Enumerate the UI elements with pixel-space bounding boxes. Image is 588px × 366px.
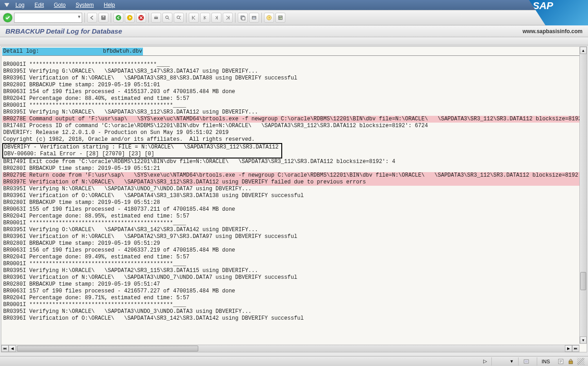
app-menu-icon[interactable] [4,2,10,8]
scroll-up-icon[interactable]: ▲ [580,47,587,54]
horizontal-scrollbar[interactable]: ⏮ ◀ ▶ ⏭ [1,345,579,352]
svg-text:?: ? [268,16,270,20]
log-line: BR1748I Process ID of command 'C:\oracle… [2,123,579,129]
log-line: BR0278E Command output of 'F:\usr\sap\ \… [2,116,579,123]
svg-rect-18 [569,361,573,364]
watermark-text: www.sapbasisinfo.com [523,28,583,35]
log-line: DBVERIFY: Release 12.2.0.1.0 - Productio… [2,129,579,136]
svg-rect-1 [103,16,104,17]
svg-rect-10 [242,17,245,20]
log-line: BR0395I Verifying H:\ORACLE\ \SAPDATA2\S… [2,267,579,274]
svg-rect-6 [155,16,157,17]
menu-edit[interactable]: Edit [30,1,49,9]
log-line: BR0063I 156 of 190 files processed - 420… [2,247,579,254]
enter-button[interactable] [3,13,13,23]
vertical-scrollbar[interactable]: ▲ ▼ [579,47,587,344]
back-green-button[interactable] [113,13,123,23]
scroll-down-icon[interactable]: ▼ [580,336,587,344]
log-line: BR0280I BRBACKUP time stamp: 2019-05-19 … [2,165,579,172]
status-system [491,357,505,366]
help-button[interactable]: ? [264,13,274,23]
log-line: BR0280I BRBACKUP time stamp: 2019-05-19 … [2,240,579,247]
log-line: BR0001I ********************************… [2,261,579,267]
scroll-right-icon[interactable]: ▶ [565,345,572,352]
log-line: BR0204I Percentage done: 88.40%, estimat… [2,95,579,102]
svg-point-2 [116,15,121,20]
log-line: BR0396I Verification of N:\ORACLE\ \SAPD… [2,274,579,281]
script-icon[interactable] [557,358,564,365]
system-dropdown-icon[interactable]: ▾ [508,358,515,365]
status-client [518,357,534,366]
app-toolbar [0,37,588,45]
command-field[interactable] [14,13,82,23]
resize-grip[interactable] [577,358,584,365]
prev-page-button[interactable] [200,13,210,23]
log-line: BR0395I Verifying O:\ORACLE\ \SAPDATA4\S… [2,227,579,233]
next-page-button[interactable] [211,13,221,23]
log-line: BR0280I BRBACKUP time stamp: 2019-05-19 … [2,199,579,206]
layout-button[interactable] [275,13,285,23]
lock-icon [567,358,574,365]
log-line: BR0063I 154 of 190 files processed - 415… [2,89,579,95]
svg-rect-16 [525,361,528,362]
log-line: DBV-00600: Fatal Error - [28] [27070] [2… [3,151,279,158]
insert-mode: INS [537,357,554,366]
svg-rect-14 [279,16,282,20]
menu-help[interactable]: Help [99,1,120,9]
log-line: BR0063I 157 of 190 files processed - 421… [2,288,579,295]
standard-toolbar: ▼ ? [0,10,588,25]
shortcut-button[interactable] [249,13,259,23]
log-container: Detail log: bfbdwtuh.dbv BR0001I *******… [2,48,579,344]
menu-system[interactable]: System [71,1,98,9]
log-line: BR0001I ********************************… [2,61,579,68]
log-line: BR0001I ********************************… [2,302,579,308]
log-line: BR1749I Exit code from 'C:\oracle\RDBMS\… [2,158,579,165]
log-line: BR0396I Verification of H:\ORACLE\ \SAPD… [2,233,579,240]
log-line: BR0063I 155 of 190 files processed - 418… [2,206,579,213]
log-line: BR0395I Verifying N:\ORACLE\ \SAPDATA3\S… [2,109,579,116]
first-page-button[interactable] [189,13,199,23]
scroll-thumb-h[interactable] [17,346,198,351]
log-line: BR0001I ********************************… [2,102,579,109]
log-line: BR0395I Verifying N:\ORACLE\ \SAPDATA3\U… [2,308,579,315]
log-line: Copyright (c) 1982, 2018, Oracle and/or … [2,136,579,143]
title-bar: BRBACKUP Detail Log for Database www.sap… [0,25,588,37]
log-line: BR0204I Percentage done: 89.71%, estimat… [2,295,579,302]
log-line: BR0001I ********************************… [2,220,579,227]
status-bar: ▷ ▾ INS [0,356,588,366]
scroll-right-last-icon[interactable]: ⏭ [572,345,579,352]
scroll-track-h[interactable] [16,345,565,352]
log-line: BR0395I Verifying N:\ORACLE\ \SAPDATA3\U… [2,186,579,193]
log-line: BR0395I Verifying G:\ORACLE\ \SAPDATA1\S… [2,68,579,75]
log-line: BR0279E Return code from 'F:\usr\sap\ \S… [2,172,579,179]
print-button[interactable] [151,13,161,23]
log-header: Detail log: bfbdwtuh.dbv [2,48,579,56]
cancel-button[interactable] [136,13,146,23]
menubar: Log Edit Goto System Help [0,0,588,10]
page-title: BRBACKUP Detail Log for Database [5,27,122,35]
back-button[interactable] [87,13,97,23]
detail-log-filename: bfbdwtuh.dbv [102,48,143,55]
message-dropdown-icon[interactable]: ▷ [481,358,489,365]
command-field-wrap: ▼ [14,13,82,23]
new-session-button[interactable] [238,13,248,23]
find-button[interactable] [162,13,172,23]
scroll-thumb[interactable] [580,272,586,290]
menu-goto[interactable]: Goto [49,1,70,9]
log-line: BR0396I Verification of O:\ORACLE\ \SAPD… [2,193,579,199]
menu-log[interactable]: Log [11,1,29,9]
scroll-track[interactable] [580,54,587,336]
scroll-left-icon[interactable]: ◀ [9,345,16,352]
save-button[interactable] [98,13,108,23]
exit-button[interactable] [125,13,135,23]
log-line: BR0397E Verification of N:\ORACLE\ \SAPD… [2,179,579,186]
scroll-left-first-icon[interactable]: ⏮ [1,345,9,352]
content-area: Detail log: bfbdwtuh.dbv BR0001I *******… [1,46,587,352]
log-line: DBVERIFY - Verification starting : FILE … [3,144,279,151]
fatal-error-box: DBVERIFY - Verification starting : FILE … [2,143,282,158]
detail-log-label: Detail log: [2,48,102,55]
last-page-button[interactable] [223,13,233,23]
log-line: BR0204I Percentage done: 89.49%, estimat… [2,254,579,261]
log-line: BR0280I BRBACKUP time stamp: 2019-05-19 … [2,82,579,89]
find-next-button[interactable] [174,13,184,23]
